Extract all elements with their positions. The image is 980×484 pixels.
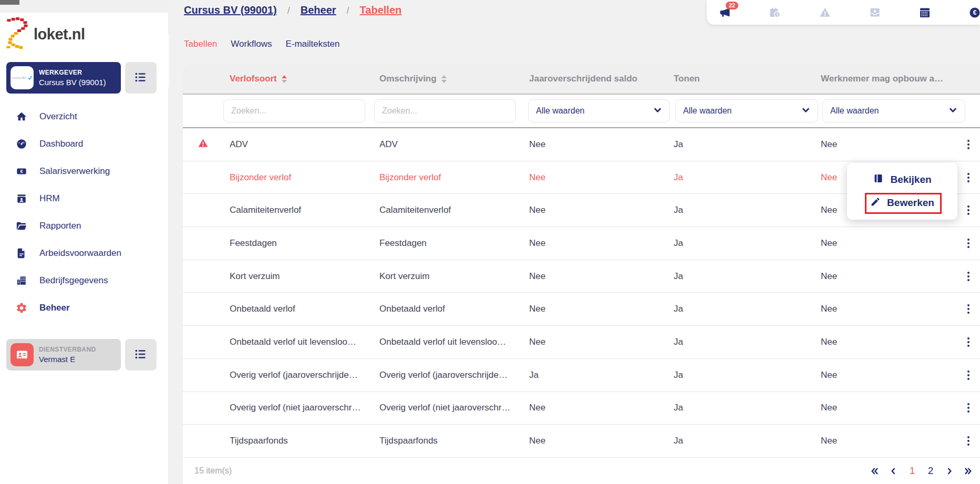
- tab-workflows[interactable]: Workflows: [231, 39, 272, 49]
- euro-banknote-icon: €: [16, 166, 27, 177]
- row-actions-kebab-button[interactable]: [965, 138, 972, 151]
- row-actions-kebab-button[interactable]: [965, 203, 972, 217]
- column-header-omschrijving[interactable]: Omschrijving: [373, 74, 523, 84]
- buildings-icon: [16, 275, 27, 286]
- table-row[interactable]: Onbetaald verlof uit levensloo… Onbetaal…: [183, 326, 980, 359]
- cell-werknemer-mag-opbouw: Nee: [814, 403, 956, 413]
- table-row[interactable]: Tijdspaarfonds Tijdspaarfonds Nee Ja Nee: [183, 425, 980, 458]
- id-card-icon: [15, 347, 29, 362]
- table-row[interactable]: ADV ADV Nee Ja Nee: [183, 128, 980, 161]
- inbox-plus-icon[interactable]: [869, 6, 881, 19]
- calendar-grid-icon[interactable]: [919, 6, 931, 19]
- breadcrumb-separator: /: [347, 5, 349, 16]
- chevron-right-icon: [944, 466, 954, 476]
- row-actions-kebab-button[interactable]: [965, 171, 972, 184]
- filter-werknemer-mag-opbouw-select[interactable]: Alle waarden: [822, 99, 965, 122]
- filter-jaaroverschrijdend-select[interactable]: Alle waarden: [528, 99, 670, 122]
- table-row[interactable]: Onbetaald verlof Onbetaald verlof Nee Ja…: [183, 293, 980, 326]
- row-actions-kebab-button[interactable]: [965, 401, 972, 415]
- sidebar-item-salarisverwerking[interactable]: € Salarisverwerking: [0, 158, 168, 185]
- employment-list-toggle-button[interactable]: [125, 339, 157, 370]
- table-footer: 15 item(s) 1 2: [183, 458, 980, 484]
- cell-verlofsoort: Onbetaald verlof: [223, 304, 373, 314]
- dashboard-gauge-icon: [16, 138, 27, 150]
- page-number-1[interactable]: 1: [906, 465, 919, 477]
- menu-item-bekijken[interactable]: Bekijken: [847, 168, 957, 191]
- notification-badge: 22: [726, 2, 738, 9]
- sidebar-item-overzicht[interactable]: Overzicht: [0, 103, 168, 130]
- sidebar-item-hrm[interactable]: HRM: [0, 185, 168, 212]
- cell-werknemer-mag-opbouw: Nee: [814, 436, 956, 446]
- home-icon: [16, 111, 27, 122]
- cell-omschrijving: Tijdspaarfonds: [373, 436, 523, 446]
- breadcrumb-beheer[interactable]: Beheer: [301, 4, 336, 16]
- cell-verlofsoort: Kort verzuim: [223, 271, 373, 282]
- cell-omschrijving: Feestdagen: [373, 238, 523, 249]
- cell-jaaroverschrijdend-saldo: Nee: [523, 304, 667, 314]
- table-header-row: Verlofsoort Omschrijving Jaaroverschrijd…: [183, 64, 980, 95]
- agenda-clock-icon[interactable]: [769, 6, 781, 19]
- sidebar-item-rapporten[interactable]: Rapporten: [0, 212, 168, 240]
- cell-omschrijving: Calamiteitenverlof: [373, 205, 523, 215]
- row-actions-kebab-button[interactable]: [965, 335, 972, 349]
- sidebar-item-beheer[interactable]: Beheer: [0, 294, 168, 322]
- employment-card[interactable]: DIENSTVERBAND Vermast E: [6, 339, 121, 370]
- sidebar-item-dashboard[interactable]: Dashboard: [0, 130, 168, 158]
- sort-icon: [441, 75, 447, 83]
- cell-werknemer-mag-opbouw: Nee: [814, 271, 956, 282]
- table-row[interactable]: Overig verlof (jaaroverschrijde… Overig …: [183, 359, 980, 392]
- item-count: 15 item(s): [194, 466, 232, 476]
- row-actions-kebab-button[interactable]: [965, 236, 972, 250]
- row-actions-kebab-button[interactable]: [965, 270, 972, 283]
- next-page-button[interactable]: [943, 465, 956, 478]
- filter-tonen-select[interactable]: Alle waarden: [675, 99, 818, 122]
- svg-text:€: €: [20, 169, 23, 174]
- app-root: loket.nl Cursus BV WERKGEVER Cursus BV (…: [0, 0, 980, 484]
- cell-tonen: Ja: [667, 172, 814, 183]
- cell-tonen: Ja: [667, 238, 814, 249]
- row-actions-kebab-button[interactable]: [965, 302, 972, 316]
- filter-omschrijving-input[interactable]: [374, 99, 516, 122]
- view-icon: [873, 173, 884, 187]
- document-icon: [16, 248, 27, 259]
- employment-name: Vermast E: [39, 355, 96, 364]
- cell-verlofsoort: Tijdspaarfonds: [223, 436, 373, 446]
- tab-emailteksten[interactable]: E-mailteksten: [285, 39, 339, 49]
- employer-name: Cursus BV (99001): [39, 78, 106, 87]
- tab-tabellen[interactable]: Tabellen: [184, 39, 217, 49]
- breadcrumb-tabellen[interactable]: Tabellen: [360, 4, 402, 16]
- table-row[interactable]: Feestdagen Feestdagen Nee Ja Nee: [183, 227, 980, 260]
- sidebar-item-bedrijfsgegevens[interactable]: Bedrijfsgegevens: [0, 267, 168, 294]
- employer-card[interactable]: Cursus BV WERKGEVER Cursus BV (99001): [6, 62, 121, 94]
- page-number-2[interactable]: 2: [924, 465, 937, 477]
- breadcrumb-employer[interactable]: Cursus BV (99001): [184, 4, 277, 16]
- svg-text:€: €: [973, 9, 977, 16]
- cell-omschrijving: ADV: [373, 139, 523, 150]
- employment-type-label: DIENSTVERBAND: [39, 346, 96, 353]
- brand-logo[interactable]: loket.nl: [4, 17, 85, 52]
- table-row[interactable]: Kort verzuim Kort verzuim Nee Ja Nee: [183, 260, 980, 293]
- employer-list-toggle-button[interactable]: [125, 62, 157, 94]
- row-actions-kebab-button[interactable]: [965, 368, 972, 382]
- cell-jaaroverschrijdend-saldo: Nee: [523, 337, 667, 347]
- sidebar-item-arbeidsvoorwaarden[interactable]: Arbeidsvoorwaarden: [0, 240, 168, 267]
- menu-item-bewerken[interactable]: Bewerken: [847, 191, 957, 214]
- filter-verlofsoort-input[interactable]: [223, 99, 365, 122]
- tab-bar: Tabellen Workflows E-mailteksten: [184, 39, 339, 49]
- topbar: 22 €: [707, 0, 980, 25]
- cell-omschrijving: Overig verlof (niet jaaroverschr…: [373, 403, 523, 413]
- first-page-button[interactable]: [868, 465, 881, 478]
- cell-verlofsoort: ADV: [223, 139, 373, 150]
- gear-icon: [16, 302, 27, 314]
- euro-icon[interactable]: €: [968, 6, 980, 19]
- employment-avatar: [11, 343, 34, 366]
- row-context-menu: Bekijken Bewerken: [847, 163, 957, 220]
- last-page-button[interactable]: [962, 465, 975, 478]
- cell-omschrijving: Kort verzuim: [373, 271, 523, 282]
- row-actions-kebab-button[interactable]: [965, 434, 972, 448]
- warning-triangle-icon[interactable]: [819, 6, 831, 19]
- table-row[interactable]: Overig verlof (niet jaaroverschr… Overig…: [183, 392, 980, 425]
- megaphone-icon[interactable]: 22: [719, 6, 731, 19]
- column-header-verlofsoort[interactable]: Verlofsoort: [223, 74, 373, 84]
- previous-page-button[interactable]: [887, 465, 900, 478]
